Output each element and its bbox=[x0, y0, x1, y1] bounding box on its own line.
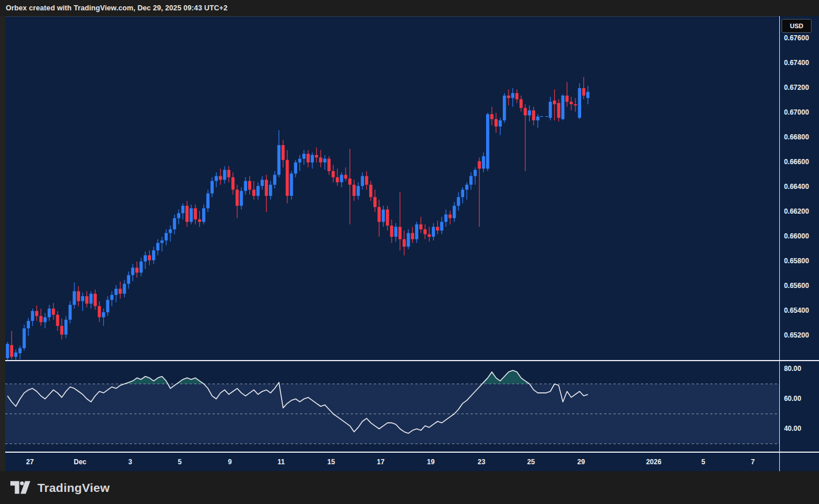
time-tick-label: 17 bbox=[377, 453, 384, 472]
price-tick-label: 0.65600 bbox=[784, 281, 809, 291]
time-tick-label: 29 bbox=[577, 453, 585, 472]
price-tick-label: 0.67600 bbox=[784, 33, 809, 43]
header-bar: Orbex created with TradingView.com, Dec … bbox=[0, 0, 819, 16]
time-tick-label: 5 bbox=[702, 453, 706, 472]
time-axis-separator bbox=[5, 452, 819, 453]
time-tick-label: 11 bbox=[278, 453, 285, 472]
brand-wordmark: TradingView bbox=[37, 481, 110, 495]
pane-separator[interactable] bbox=[5, 360, 819, 361]
header-title: Orbex created with TradingView.com, Dec … bbox=[6, 4, 227, 12]
time-tick-label: 23 bbox=[477, 453, 485, 472]
price-tick-label: 0.66800 bbox=[784, 132, 809, 142]
rsi-tick-label: 40.00 bbox=[784, 424, 801, 434]
rsi-tick-label: 60.00 bbox=[784, 394, 801, 404]
price-tick-label: 0.67200 bbox=[784, 83, 809, 93]
time-tick-label: 3 bbox=[128, 453, 132, 472]
price-tick-label: 0.67400 bbox=[784, 58, 809, 68]
price-tick-label: 0.66000 bbox=[784, 232, 809, 241]
price-tick-label: 0.66600 bbox=[784, 157, 809, 167]
price-tick-label: 0.66200 bbox=[784, 207, 809, 217]
time-tick-label: Dec bbox=[74, 453, 86, 472]
time-tick-label: 5 bbox=[178, 453, 182, 472]
price-tick-label: 0.67000 bbox=[784, 108, 809, 118]
price-axis[interactable]: USD 0.676000.674000.672000.670000.668000… bbox=[780, 16, 819, 471]
time-tick-label: 25 bbox=[527, 453, 534, 472]
currency-button[interactable]: USD bbox=[782, 19, 812, 33]
time-axis[interactable]: 27Dec35911151719232529202657 bbox=[5, 453, 779, 472]
price-tick-label: 0.65800 bbox=[784, 256, 809, 266]
tradingview-icon bbox=[10, 481, 32, 494]
time-tick-label: 19 bbox=[427, 453, 434, 472]
time-tick-label: 27 bbox=[26, 453, 33, 472]
time-tick-label: 15 bbox=[327, 453, 335, 472]
footer-bar: TradingView bbox=[0, 471, 819, 504]
time-tick-label: 2026 bbox=[646, 453, 662, 472]
price-tick-label: 0.66400 bbox=[784, 182, 809, 192]
time-tick-label: 9 bbox=[228, 453, 232, 472]
chart-area: 27Dec35911151719232529202657 USD 0.67600… bbox=[0, 16, 819, 471]
price-tick-label: 0.65200 bbox=[784, 331, 809, 340]
tradingview-logo[interactable]: TradingView bbox=[10, 481, 110, 495]
price-axis-separator bbox=[779, 16, 780, 471]
rsi-indicator bbox=[5, 361, 779, 452]
price-tick-label: 0.65400 bbox=[784, 306, 809, 316]
price-pane[interactable] bbox=[5, 16, 779, 361]
time-tick-label: 7 bbox=[751, 453, 755, 472]
rsi-pane[interactable] bbox=[5, 361, 779, 452]
candlestick-chart bbox=[5, 17, 779, 361]
rsi-tick-label: 80.00 bbox=[784, 364, 801, 374]
